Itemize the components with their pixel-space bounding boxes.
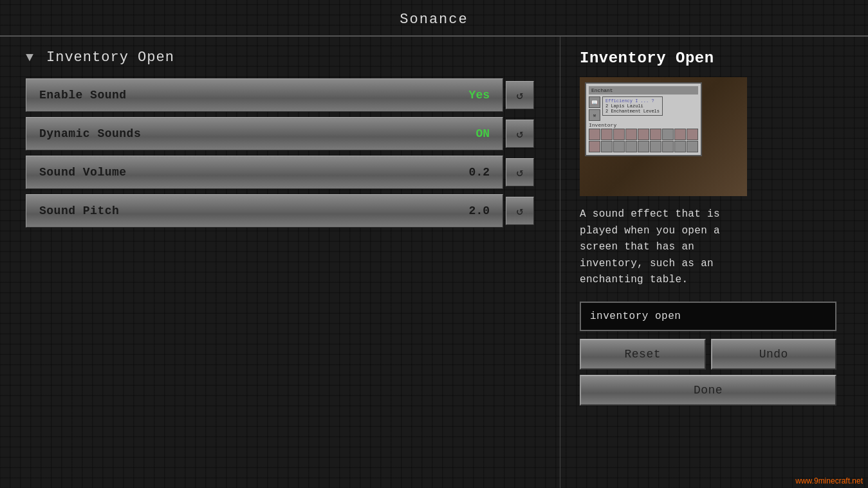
reset-icon-0: ↺ <box>517 88 524 102</box>
description-text: A sound effect that isplayed when you op… <box>580 206 836 289</box>
enchant-ui-mockup: Enchant 📖 ⚒ Efficiency I ... ? 2 Lapis L… <box>585 82 702 156</box>
enchant-title: Enchant <box>589 86 698 95</box>
dynamic-sounds-label: Dynamic Sounds <box>39 127 141 140</box>
enchant-row: 📖 ⚒ Efficiency I ... ? 2 Lapis Lazuli 2 … <box>589 96 698 121</box>
left-header: ▼ Inventory Open <box>26 50 534 66</box>
sound-name-input[interactable] <box>580 302 836 331</box>
preview-image: Enchant 📖 ⚒ Efficiency I ... ? 2 Lapis L… <box>580 77 747 196</box>
sound-volume-bar[interactable]: Sound Volume 0.2 <box>26 156 503 189</box>
watermark: www.9minecraft.net <box>795 476 863 485</box>
setting-row-dynamic-sounds: Dynamic Sounds ON ↺ <box>26 117 534 150</box>
left-header-title: Inventory Open <box>46 50 174 66</box>
sound-pitch-label: Sound Pitch <box>39 204 119 217</box>
right-panel-title: Inventory Open <box>580 50 836 67</box>
enable-sound-label: Enable Sound <box>39 89 127 102</box>
dynamic-sounds-value: ON <box>476 127 490 140</box>
dynamic-sounds-reset[interactable]: ↺ <box>506 120 534 148</box>
reset-icon-2: ↺ <box>517 165 524 179</box>
right-panel: Inventory Open Enchant 📖 ⚒ Efficiency I … <box>560 37 856 488</box>
enable-sound-value: Yes <box>469 89 490 102</box>
enchant-tooltip: Efficiency I ... ? 2 Lapis Lazuli 2 Ench… <box>602 96 663 116</box>
sound-pitch-bar[interactable]: Sound Pitch 2.0 <box>26 194 503 228</box>
inventory-slots <box>589 129 698 152</box>
enable-sound-bar[interactable]: Enable Sound Yes <box>26 78 503 112</box>
sound-volume-label: Sound Volume <box>39 166 127 179</box>
reset-icon-1: ↺ <box>517 127 524 141</box>
setting-row-sound-volume: Sound Volume 0.2 ↺ <box>26 156 534 189</box>
setting-row-enable-sound: Enable Sound Yes ↺ <box>26 78 534 112</box>
setting-row-sound-pitch: Sound Pitch 2.0 ↺ <box>26 194 534 228</box>
sound-volume-value: 0.2 <box>469 166 490 179</box>
left-panel: ▼ Inventory Open Enable Sound Yes ↺ <box>0 37 560 488</box>
reset-undo-row: Reset Undo <box>580 339 836 370</box>
undo-button[interactable]: Undo <box>711 339 837 370</box>
main-content: ▼ Inventory Open Enable Sound Yes ↺ <box>0 37 868 488</box>
settings-list: Enable Sound Yes ↺ Dynamic Sounds ON ↺ <box>26 78 534 228</box>
book-slot: 📖 <box>589 96 600 108</box>
sound-volume-reset[interactable]: ↺ <box>506 158 534 186</box>
reset-icon-3: ↺ <box>517 204 524 218</box>
title-bar: Sonance <box>0 6 868 37</box>
sound-pitch-value: 2.0 <box>469 204 490 217</box>
filter-icon: ▼ <box>26 50 33 65</box>
inventory-label: Inventory <box>589 122 698 128</box>
reset-button[interactable]: Reset <box>580 339 706 370</box>
enable-sound-reset[interactable]: ↺ <box>506 81 534 109</box>
app-title: Sonance <box>400 12 468 28</box>
sound-pitch-reset[interactable]: ↺ <box>506 197 534 225</box>
item-slot: ⚒ <box>589 109 600 121</box>
dynamic-sounds-bar[interactable]: Dynamic Sounds ON <box>26 117 503 150</box>
done-button[interactable]: Done <box>580 375 836 406</box>
